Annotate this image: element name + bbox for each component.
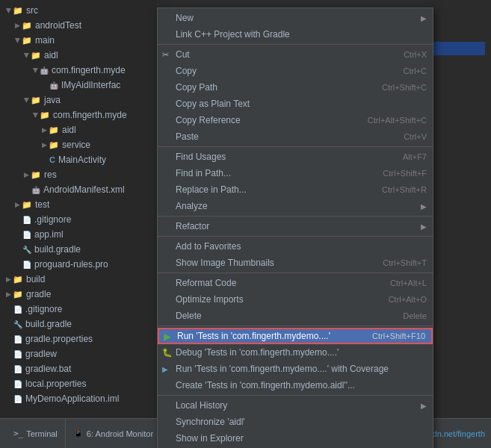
folder-icon: 📁	[49, 125, 59, 135]
tree-item-mainactivity[interactable]: C MainActivity	[0, 152, 157, 167]
menu-label-cut: Cut	[176, 49, 389, 60]
tree-item-buildgradle-app[interactable]: 🔧 build.gradle	[0, 242, 157, 257]
menu-label-replace-in-path: Replace in Path...	[176, 184, 367, 195]
tree-label: gradlew.bat	[25, 364, 71, 374]
tree-item-src[interactable]: ▶ 📁 src	[0, 3, 157, 18]
menu-item-copy-path[interactable]: Copy Path Ctrl+Shift+C	[158, 79, 433, 96]
menu-item-run-tests[interactable]: ▶ Run 'Tests in 'com.fingerth.mydemo....…	[158, 328, 433, 344]
menu-shortcut-thumbnails: Ctrl+Shift+T	[383, 258, 427, 267]
menu-item-link-cpp[interactable]: Link C++ Project with Gradle	[158, 26, 433, 43]
gradle-icon: 🔧	[22, 246, 31, 254]
tree-item-java[interactable]: ▶ 📁 java	[0, 93, 157, 108]
tree-item-androidtest[interactable]: ▶ 📁 androidTest	[0, 18, 157, 33]
tree-item-gitignore-main[interactable]: 📄 .gitignore	[0, 212, 157, 227]
folder-icon: 📁	[22, 36, 32, 46]
menu-label-show-explorer: Show in Explorer	[176, 433, 427, 444]
bottom-tab-terminal[interactable]: >_ Terminal	[6, 419, 66, 448]
menu-label-copy-plain: Copy as Plain Text	[176, 99, 427, 109]
tree-item-imyaidl[interactable]: 🤖 IMyAidlInterfac	[0, 78, 157, 93]
menu-item-add-favorites[interactable]: Add to Favorites	[158, 238, 433, 255]
menu-label-refactor: Refactor	[176, 221, 421, 231]
menu-item-create-tests[interactable]: Create 'Tests in 'com.fingerth.mydemo.ai…	[158, 377, 433, 393]
menu-item-synchronize[interactable]: Synchronize 'aidl'	[158, 414, 433, 430]
gradle-icon: 🔧	[13, 320, 22, 329]
java-file-icon: C	[49, 155, 55, 164]
menu-item-copy[interactable]: Copy Ctrl+C	[158, 63, 433, 79]
tree-item-localprops[interactable]: 📄 local.properties	[0, 376, 157, 391]
menu-item-delete[interactable]: Delete Delete	[158, 308, 433, 324]
menu-item-find-in-path[interactable]: Find in Path... Ctrl+Shift+F	[158, 165, 433, 181]
tree-item-proguard[interactable]: 📄 proguard-rules.pro	[0, 257, 157, 272]
tree-item-gradlew-bat[interactable]: 📄 gradlew.bat	[0, 361, 157, 376]
menu-item-new[interactable]: New ▶	[158, 10, 433, 26]
tree-item-androidmanifest[interactable]: 🤖 AndroidManifest.xml	[0, 182, 157, 197]
folder-icon: 📁	[31, 170, 41, 180]
tree-label: MyDemoApplication.iml	[25, 393, 119, 404]
menu-item-replace-in-path[interactable]: Replace in Path... Ctrl+Shift+R	[158, 181, 433, 198]
file-tree: ▶ 📁 src ▶ 📁 androidTest ▶ 📁 main ▶ 📁 aid…	[0, 0, 157, 418]
tree-item-gradle[interactable]: ▶ 📁 gradle	[0, 287, 157, 302]
tree-item-aidl[interactable]: ▶ 📁 aidl	[0, 48, 157, 63]
menu-item-analyze[interactable]: Analyze ▶	[158, 198, 433, 214]
expand-icon: ▶	[42, 126, 47, 134]
folder-icon: 📁	[22, 200, 32, 210]
submenu-arrow-analyze: ▶	[421, 202, 427, 211]
expand-icon: ▶	[23, 53, 31, 58]
menu-label-reformat: Reformat Code	[176, 278, 375, 288]
tree-item-com-fingerth-java[interactable]: ▶ 📁 com.fingerth.myde	[0, 108, 157, 122]
menu-label-paste: Paste	[176, 131, 389, 142]
tree-item-buildgradle-root[interactable]: 🔧 build.gradle	[0, 317, 157, 332]
menu-label-copy-ref: Copy Reference	[176, 115, 353, 125]
menu-item-optimize[interactable]: Optimize Imports Ctrl+Alt+O	[158, 291, 433, 308]
submenu-arrow-refactor: ▶	[421, 223, 427, 231]
menu-label-add-favorites: Add to Favorites	[176, 241, 427, 252]
file-icon: 📄	[13, 350, 22, 358]
file-icon: 📄	[22, 216, 31, 224]
menu-label-delete: Delete	[176, 311, 388, 321]
menu-item-paste[interactable]: Paste Ctrl+V	[158, 128, 433, 145]
tree-item-gradlew[interactable]: 📄 gradlew	[0, 346, 157, 361]
menu-item-thumbnails[interactable]: Show Image Thumbnails Ctrl+Shift+T	[158, 255, 433, 271]
menu-item-find-usages[interactable]: Find Usages Alt+F7	[158, 149, 433, 165]
menu-item-show-explorer[interactable]: Show in Explorer	[158, 430, 433, 447]
menu-label-create-tests: Create 'Tests in 'com.fingerth.mydemo.ai…	[176, 380, 427, 391]
bottom-tab-android-monitor[interactable]: 📱 6: Android Monitor	[66, 419, 161, 448]
tree-item-build[interactable]: ▶ 📁 build	[0, 272, 157, 287]
coverage-icon: ▶	[162, 365, 168, 373]
tree-item-service[interactable]: ▶ 📁 service	[0, 137, 157, 152]
tree-item-mydemoappiml[interactable]: 📄 MyDemoApplication.iml	[0, 391, 157, 406]
tree-item-aidl-sub[interactable]: ▶ 📁 aidl	[0, 122, 157, 137]
menu-label-run-coverage: Run 'Tests in 'com.fingerth.mydemo....' …	[176, 364, 427, 374]
menu-item-copy-plain[interactable]: Copy as Plain Text	[158, 96, 433, 112]
tree-item-gradleprops[interactable]: 📄 gradle.properties	[0, 332, 157, 346]
menu-item-refactor[interactable]: Refactor ▶	[158, 218, 433, 234]
tree-item-test[interactable]: ▶ 📁 test	[0, 197, 157, 212]
menu-label-link-cpp: Link C++ Project with Gradle	[176, 29, 427, 40]
expand-icon: ▶	[14, 38, 22, 43]
menu-label-synchronize: Synchronize 'aidl'	[176, 417, 427, 427]
menu-item-local-history[interactable]: Local History ▶	[158, 397, 433, 414]
tree-item-gitignore-root[interactable]: 📄 .gitignore	[0, 302, 157, 317]
separator-7	[158, 395, 433, 396]
file-icon: 📄	[13, 305, 22, 314]
tree-label: IMyAidlInterfac	[61, 80, 120, 90]
android-monitor-icon: 📱	[73, 429, 84, 438]
tree-item-com-fingerth[interactable]: ▶ 🤖 com.fingerth.myde	[0, 63, 157, 78]
run-icon: ▶	[164, 331, 171, 342]
expand-icon: ▶	[24, 171, 29, 178]
tree-item-main[interactable]: ▶ 📁 main	[0, 33, 157, 48]
menu-label-run-tests: Run 'Tests in 'com.fingerth.mydemo....'	[177, 331, 357, 341]
menu-item-copy-ref[interactable]: Copy Reference Ctrl+Alt+Shift+C	[158, 112, 433, 128]
menu-item-cut[interactable]: ✂ Cut Ctrl+X	[158, 46, 433, 63]
menu-item-reformat[interactable]: Reformat Code Ctrl+Alt+L	[158, 275, 433, 291]
menu-item-debug-tests[interactable]: 🐛 Debug 'Tests in 'com.fingerth.mydemo..…	[158, 344, 433, 361]
menu-item-run-coverage[interactable]: ▶ Run 'Tests in 'com.fingerth.mydemo....…	[158, 361, 433, 377]
submenu-arrow-history: ▶	[421, 402, 427, 410]
menu-shortcut-copy-ref: Ctrl+Alt+Shift+C	[368, 116, 427, 125]
tree-item-res[interactable]: ▶ 📁 res	[0, 167, 157, 182]
menu-label-analyze: Analyze	[176, 201, 421, 211]
folder-icon: 📁	[13, 6, 23, 16]
tree-item-appiml[interactable]: 📄 app.iml	[0, 227, 157, 242]
tree-label: main	[35, 35, 55, 46]
terminal-label: Terminal	[26, 429, 58, 438]
